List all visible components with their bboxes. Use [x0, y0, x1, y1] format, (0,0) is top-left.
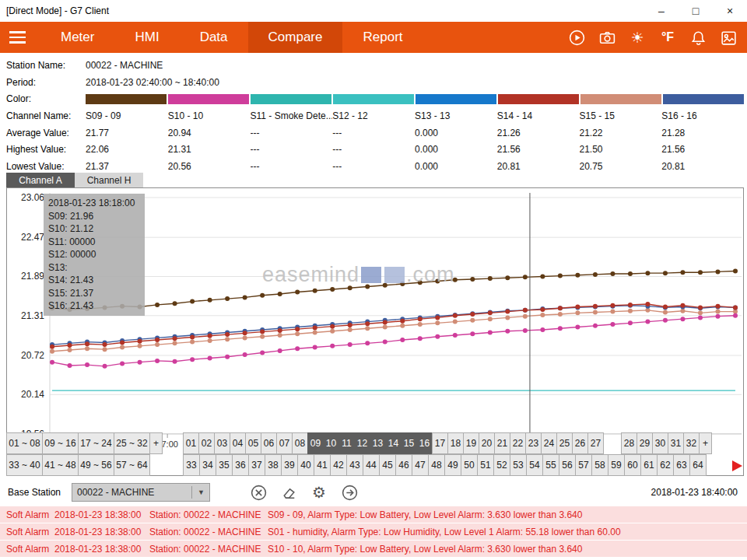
channel-button-35[interactable]: 35 [216, 454, 233, 476]
base-station-dropdown[interactable]: 00022 - MACHINE ▼ [72, 483, 210, 502]
channel-button-30[interactable]: 30 [652, 432, 668, 454]
channel-group-button[interactable]: 57 ~ 64 [114, 454, 150, 476]
channel-button-21[interactable]: 21 [494, 432, 510, 454]
channel-group-button[interactable]: 09 ~ 16 [42, 432, 79, 454]
channel-button-34[interactable]: 34 [199, 454, 216, 476]
channel-button-62[interactable]: 62 [657, 454, 674, 476]
menu-icon[interactable] [0, 22, 34, 53]
add-group-button[interactable]: + [149, 432, 163, 454]
channel-button-50[interactable]: 50 [461, 454, 478, 476]
channel-button-61[interactable]: 61 [640, 454, 658, 476]
settings-gear-icon[interactable]: ⚙ [310, 483, 328, 502]
channel-button-38[interactable]: 38 [265, 454, 282, 476]
channel-button-59[interactable]: 59 [608, 454, 625, 476]
tab-channel-h[interactable]: Channel H [75, 173, 143, 187]
alarm-row[interactable]: Soft Alarm2018-01-23 18:38:00Station: 00… [0, 541, 747, 557]
channel-group-button[interactable]: 17 ~ 24 [78, 432, 114, 454]
channel-button-58[interactable]: 58 [591, 454, 608, 476]
channel-button-22[interactable]: 22 [510, 432, 526, 454]
next-page-arrow-icon[interactable] [732, 460, 742, 471]
channel-button-15[interactable]: 15 [401, 432, 417, 454]
channel-button-08[interactable]: 08 [292, 432, 308, 454]
channel-button-18[interactable]: 18 [447, 432, 464, 454]
channel-button-36[interactable]: 36 [232, 454, 249, 476]
channel-group-button[interactable]: 33 ~ 40 [6, 454, 43, 476]
channel-button-43[interactable]: 43 [346, 454, 363, 476]
channel-button-51[interactable]: 51 [477, 454, 494, 476]
channel-button-46[interactable]: 46 [395, 454, 412, 476]
channel-button-40[interactable]: 40 [297, 454, 314, 476]
channel-button-56[interactable]: 56 [559, 454, 576, 476]
channel-button-11[interactable]: 11 [338, 432, 355, 454]
go-to-icon[interactable] [340, 483, 359, 502]
save-image-icon[interactable] [719, 28, 738, 47]
channel-button-02[interactable]: 02 [198, 432, 215, 454]
channel-group-button[interactable]: 01 ~ 08 [6, 432, 43, 454]
nav-tab-data[interactable]: Data [180, 22, 248, 53]
alarm-bell-icon[interactable] [689, 28, 707, 47]
eraser-icon[interactable] [279, 483, 298, 502]
channel-button-44[interactable]: 44 [363, 454, 380, 476]
channel-button-37[interactable]: 37 [248, 454, 265, 476]
channel-button-16[interactable]: 16 [416, 432, 433, 454]
channel-button-33[interactable]: 33 [183, 454, 200, 476]
nav-tab-hmi[interactable]: HMI [114, 22, 179, 53]
channel-button-55[interactable]: 55 [542, 454, 559, 476]
channel-button-42[interactable]: 42 [330, 454, 347, 476]
channel-button-41[interactable]: 41 [314, 454, 331, 476]
channel-button-27[interactable]: 27 [587, 432, 604, 454]
alarm-row[interactable]: Soft Alarm2018-01-23 18:38:00Station: 00… [0, 506, 747, 523]
channel-button-31[interactable]: 31 [668, 432, 684, 454]
brightness-sun-icon[interactable]: ☀ [628, 28, 647, 47]
channel-button-60[interactable]: 60 [624, 454, 641, 476]
channel-button-12[interactable]: 12 [354, 432, 370, 454]
channel-button-39[interactable]: 39 [281, 454, 298, 476]
channel-button-14[interactable]: 14 [385, 432, 402, 454]
channel-button-28[interactable]: 28 [621, 432, 637, 454]
nav-tab-report[interactable]: Report [342, 22, 423, 53]
channel-button-23[interactable]: 23 [525, 432, 542, 454]
channel-button-07[interactable]: 07 [276, 432, 293, 454]
channel-button-19[interactable]: 19 [463, 432, 479, 454]
minimize-button[interactable]: – [644, 0, 679, 22]
channel-button-29[interactable]: 29 [637, 432, 653, 454]
channel-button-47[interactable]: 47 [412, 454, 429, 476]
channel-button-52[interactable]: 52 [493, 454, 510, 476]
clear-icon[interactable] [249, 483, 268, 502]
channel-button-49[interactable]: 49 [444, 454, 461, 476]
channel-button-32[interactable]: 32 [683, 432, 700, 454]
run-circle-icon[interactable] [567, 28, 586, 47]
tab-channel-a[interactable]: Channel A [6, 173, 75, 187]
channel-button-57[interactable]: 57 [575, 454, 592, 476]
channel-button-05[interactable]: 05 [245, 432, 261, 454]
fahrenheit-toggle[interactable]: °F [658, 28, 677, 47]
channel-button-54[interactable]: 54 [526, 454, 543, 476]
channel-button-03[interactable]: 03 [214, 432, 230, 454]
channel-button-06[interactable]: 06 [261, 432, 277, 454]
channel-button-01[interactable]: 01 [183, 432, 199, 454]
maximize-button[interactable]: □ [679, 0, 713, 22]
camera-icon[interactable] [598, 28, 616, 47]
channel-button-24[interactable]: 24 [541, 432, 557, 454]
channel-button-13[interactable]: 13 [370, 432, 386, 454]
alarm-row[interactable]: Soft Alarm2018-01-23 18:38:00Station: 00… [0, 523, 747, 540]
channel-button-25[interactable]: 25 [556, 432, 573, 454]
nav-tab-meter[interactable]: Meter [40, 22, 114, 53]
channel-button-10[interactable]: 10 [323, 432, 339, 454]
add-channel-button[interactable]: + [699, 432, 712, 454]
nav-tab-compare[interactable]: Compare [248, 22, 343, 53]
channel-button-09[interactable]: 09 [307, 432, 324, 454]
channel-button-17[interactable]: 17 [432, 432, 448, 454]
close-button[interactable]: × [713, 0, 747, 22]
channel-button-63[interactable]: 63 [673, 454, 690, 476]
channel-button-26[interactable]: 26 [572, 432, 588, 454]
channel-button-48[interactable]: 48 [428, 454, 445, 476]
channel-group-button[interactable]: 25 ~ 32 [114, 432, 150, 454]
channel-button-04[interactable]: 04 [230, 432, 246, 454]
channel-button-64[interactable]: 64 [689, 454, 707, 476]
channel-button-53[interactable]: 53 [510, 454, 527, 476]
channel-group-button[interactable]: 49 ~ 56 [78, 454, 114, 476]
channel-group-button[interactable]: 41 ~ 48 [42, 454, 79, 476]
channel-button-45[interactable]: 45 [379, 454, 396, 476]
channel-button-20[interactable]: 20 [479, 432, 495, 454]
